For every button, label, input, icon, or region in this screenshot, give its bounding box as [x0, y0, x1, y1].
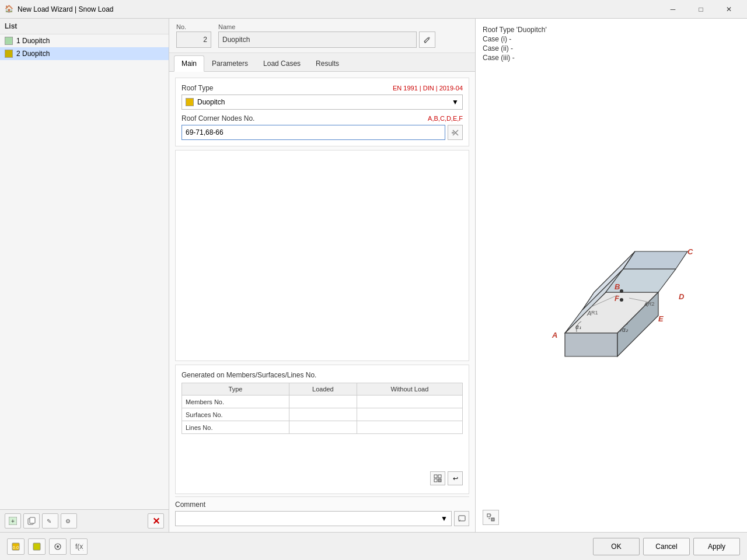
svg-text:A: A	[551, 331, 557, 340]
svg-point-37	[620, 289, 623, 293]
list-item-1[interactable]: 1 Duopitch	[0, 34, 169, 47]
row-surfaces-type: Surfaces No.	[182, 408, 289, 421]
svg-rect-12	[434, 479, 437, 482]
row-surfaces-loaded[interactable]	[289, 408, 357, 421]
tool-btn-4[interactable]: f(x)	[70, 538, 88, 555]
svg-text:R1: R1	[591, 310, 598, 316]
svg-text:f(x): f(x)	[75, 542, 83, 551]
close-button[interactable]: ✕	[715, 0, 742, 19]
roof-type-section: Roof Type EN 1991 | DIN | 2019-04 Duopit…	[175, 78, 469, 146]
corner-hint: A,B,C,D,E,F	[428, 115, 463, 122]
roof-type-value: Duopitch	[197, 98, 225, 106]
no-label: No.	[176, 23, 211, 30]
app-icon: 🏠	[5, 5, 14, 14]
table-row-surfaces: Surfaces No.	[182, 408, 463, 421]
tab-results[interactable]: Results	[308, 55, 347, 71]
svg-marker-21	[565, 333, 617, 356]
table-row-lines: Lines No.	[182, 421, 463, 434]
corner-input[interactable]	[181, 125, 445, 140]
comment-row: ▼	[175, 511, 469, 526]
svg-rect-9	[452, 132, 454, 134]
svg-rect-3	[30, 517, 35, 523]
corner-title: Roof Corner Nodes No.	[181, 114, 254, 123]
svg-text:B: B	[615, 282, 620, 291]
col-loaded: Loaded	[289, 383, 357, 396]
list-items: 1 Duopitch 2 Duopitch	[0, 34, 169, 509]
no-name-row: No. 2 Name Duopitch	[169, 19, 475, 53]
roof-type-dropdown-row: Duopitch ▼	[181, 94, 463, 110]
row-surfaces-without[interactable]	[357, 408, 462, 421]
name-field-group: Name Duopitch	[218, 23, 468, 48]
tab-main[interactable]: Main	[174, 55, 204, 72]
name-input-row: Duopitch	[218, 32, 468, 48]
list-bottom: + ✎ ⚙ ✕	[0, 509, 169, 532]
comment-dropdown[interactable]: ▼	[175, 511, 452, 526]
svg-rect-42	[491, 518, 494, 521]
case-iii-label: Case (iii) -	[483, 54, 740, 62]
list-item-2[interactable]: 2 Duopitch	[0, 47, 169, 60]
cancel-button[interactable]: Cancel	[643, 538, 690, 555]
list-item-label-1: 1 Duopitch	[16, 37, 50, 45]
center-panel: No. 2 Name Duopitch Main Parameters	[169, 19, 476, 532]
tabs: Main Parameters Load Cases Results	[169, 53, 475, 72]
left-panel: List 1 Duopitch 2 Duopitch +	[0, 19, 169, 532]
roof-type-color-box	[186, 98, 194, 106]
svg-text:0.0: 0.0	[12, 545, 19, 550]
tab-content-main: Roof Type EN 1991 | DIN | 2019-04 Duopit…	[169, 72, 475, 532]
case-ii-label: Case (ii) -	[483, 44, 740, 52]
svg-text:+: +	[11, 518, 15, 524]
svg-rect-47	[33, 543, 40, 550]
tool-btn-2[interactable]	[28, 538, 46, 555]
right-action-btn[interactable]	[483, 510, 499, 525]
list-item-color-2	[5, 50, 13, 58]
no-field-group: No. 2	[176, 23, 211, 48]
gen-refresh-btn[interactable]: ↩	[448, 471, 463, 485]
main-layout: List 1 Duopitch 2 Duopitch +	[0, 19, 747, 560]
title-bar-controls: ─ □ ✕	[659, 0, 742, 19]
roof-type-standard: EN 1991 | DIN | 2019-04	[393, 85, 463, 92]
svg-point-49	[57, 545, 59, 548]
row-members-loaded[interactable]	[289, 396, 357, 408]
title-bar: 🏠 New Load Wizard | Snow Load ─ □ ✕	[0, 0, 747, 19]
apply-button[interactable]: Apply	[693, 538, 740, 555]
svg-rect-13	[438, 479, 441, 482]
row-lines-loaded[interactable]	[289, 421, 357, 434]
roof-type-dropdown[interactable]: Duopitch ▼	[181, 94, 463, 110]
content-area: List 1 Duopitch 2 Duopitch +	[0, 19, 747, 532]
svg-text:E: E	[658, 314, 664, 323]
col-type: Type	[182, 383, 289, 396]
corner-clear-btn[interactable]	[448, 125, 463, 140]
svg-text:✎: ✎	[47, 518, 51, 524]
svg-rect-11	[438, 475, 441, 478]
delete-item-btn[interactable]: ✕	[148, 513, 164, 528]
roof-corner-section: Roof Corner Nodes No. A,B,C,D,E,F	[181, 114, 463, 140]
gen-select-btn[interactable]	[430, 471, 445, 485]
rename-btn[interactable]: ✎	[42, 513, 58, 528]
row-lines-without[interactable]	[357, 421, 462, 434]
settings-btn[interactable]: ⚙	[61, 513, 77, 528]
tool-btn-1[interactable]: 0.0	[7, 538, 25, 555]
generated-table: Type Loaded Without Load Members No.	[181, 383, 463, 434]
maximize-button[interactable]: □	[687, 0, 714, 19]
comment-label: Comment	[175, 501, 469, 509]
no-value: 2	[176, 32, 211, 48]
diagram-area: A B C D E F A R1 A R2	[483, 65, 740, 508]
list-item-color-1	[5, 37, 13, 45]
row-members-without[interactable]	[357, 396, 462, 408]
minimize-button[interactable]: ─	[659, 0, 686, 19]
tool-btn-3[interactable]	[49, 538, 67, 555]
roof-type-header: Roof Type EN 1991 | DIN | 2019-04	[181, 84, 463, 92]
row-lines-type: Lines No.	[182, 421, 289, 434]
tab-load-cases[interactable]: Load Cases	[256, 55, 308, 71]
roof-diagram: A B C D E F A R1 A R2	[501, 205, 722, 368]
copy-item-btn[interactable]	[23, 513, 40, 528]
tab-parameters[interactable]: Parameters	[204, 55, 256, 71]
add-item-btn[interactable]: +	[5, 513, 21, 528]
comment-action-btn[interactable]	[454, 511, 469, 526]
svg-rect-10	[434, 475, 437, 478]
edit-name-btn[interactable]	[419, 32, 435, 48]
corner-header: Roof Corner Nodes No. A,B,C,D,E,F	[181, 114, 463, 123]
svg-rect-41	[487, 514, 490, 517]
ok-button[interactable]: OK	[593, 538, 640, 555]
svg-text:⚙: ⚙	[65, 518, 71, 524]
